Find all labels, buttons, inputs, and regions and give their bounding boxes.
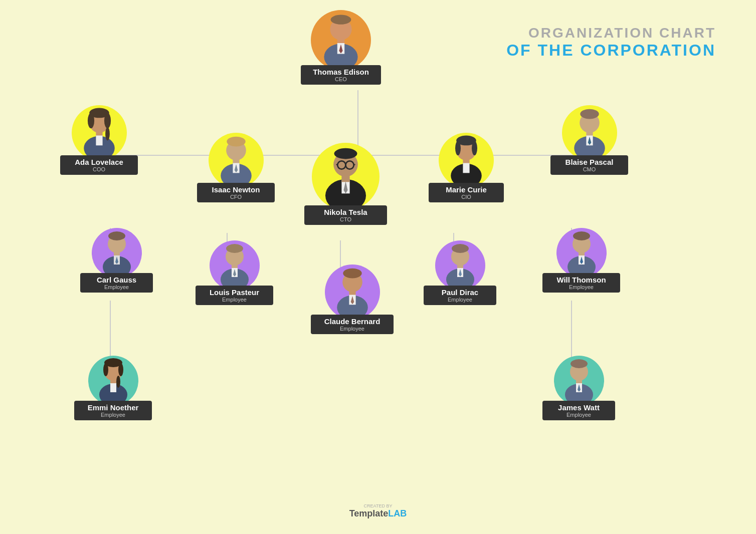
svg-point-54	[472, 141, 477, 156]
svg-point-66	[108, 231, 125, 240]
title-line2: OF THE CORPORATION	[506, 41, 716, 60]
svg-rect-51	[463, 163, 469, 173]
paul-dirac-role: Employee	[431, 297, 489, 303]
name-box-cmo: Blaise Pascal CMO	[550, 155, 628, 175]
svg-point-60	[580, 109, 599, 119]
will-thomson-name: Will Thomson	[549, 276, 613, 284]
name-box-ceo: Thomas Edison CEO	[301, 65, 381, 85]
avatar-james-watt	[554, 356, 604, 406]
name-box-cio: Marie Curie CIO	[429, 183, 504, 202]
louis-pasteur-name: Louis Pasteur	[203, 288, 266, 297]
avatar-louis-pasteur	[210, 240, 260, 291]
watermark: CREATED BY TemplateLAB	[349, 503, 407, 519]
svg-point-98	[116, 376, 120, 388]
svg-rect-94	[110, 383, 116, 392]
svg-point-27	[104, 113, 110, 128]
cio-role: CIO	[436, 194, 497, 200]
will-thomson-role: Employee	[549, 284, 613, 290]
avatar-paul-dirac	[435, 240, 485, 291]
node-carl-gauss: Carl Gauss Employee	[80, 228, 153, 293]
name-box-james-watt: James Watt Employee	[542, 401, 615, 420]
cmo-role: CMO	[557, 166, 621, 172]
emmi-noether-name: Emmi Noether	[81, 403, 145, 412]
svg-point-34	[227, 137, 245, 147]
coo-role: COO	[67, 166, 131, 172]
svg-point-96	[103, 363, 108, 376]
node-cto: Nikola Tesla CTO	[304, 143, 387, 225]
svg-point-28	[105, 127, 110, 140]
svg-rect-24	[96, 136, 102, 146]
lab-text: LAB	[388, 508, 407, 518]
avatar-ceo	[311, 10, 371, 70]
svg-point-26	[87, 113, 94, 128]
svg-point-97	[118, 363, 123, 376]
node-james-watt: James Watt Employee	[542, 356, 615, 420]
node-coo: Ada Lovelace COO	[60, 105, 138, 175]
cfo-role: CFO	[204, 194, 268, 200]
title-area: ORGANIZATION CHART OF THE CORPORATION	[506, 25, 716, 60]
name-box-coo: Ada Lovelace COO	[60, 155, 138, 175]
template-text: Template	[349, 508, 389, 518]
svg-rect-47	[341, 175, 349, 182]
svg-point-20	[331, 15, 351, 25]
avatar-cfo	[209, 133, 264, 188]
avatar-carl-gauss	[92, 228, 142, 278]
avatar-cio	[439, 133, 494, 188]
svg-point-39	[334, 148, 357, 159]
svg-point-90	[573, 231, 590, 240]
name-box-cto: Nikola Tesla CTO	[304, 205, 387, 225]
svg-point-72	[226, 244, 243, 253]
org-chart: ORGANIZATION CHART OF THE CORPORATION	[0, 0, 756, 534]
avatar-will-thomson	[556, 228, 607, 278]
ceo-role: CEO	[308, 76, 374, 82]
name-box-emmi-noether: Emmi Noether Employee	[74, 401, 152, 420]
avatar-claude-bernard	[325, 264, 380, 320]
avatar-coo	[72, 105, 127, 160]
james-watt-name: James Watt	[549, 403, 608, 412]
created-by-text: CREATED BY	[349, 503, 407, 508]
node-louis-pasteur: Louis Pasteur Employee	[196, 240, 273, 305]
node-ceo: Thomas Edison CEO	[301, 10, 381, 85]
carl-gauss-role: Employee	[87, 284, 146, 290]
paul-dirac-name: Paul Dirac	[431, 288, 489, 297]
svg-line-43	[336, 164, 338, 165]
louis-pasteur-role: Employee	[203, 297, 266, 303]
node-cfo: Isaac Newton CFO	[197, 133, 275, 202]
cio-name: Marie Curie	[436, 185, 497, 194]
node-paul-dirac: Paul Dirac Employee	[424, 240, 496, 305]
svg-point-53	[455, 141, 461, 156]
node-cio: Marie Curie CIO	[429, 133, 504, 202]
name-box-carl-gauss: Carl Gauss Employee	[80, 273, 153, 293]
avatar-cto	[312, 143, 380, 210]
title-line1: ORGANIZATION CHART	[506, 25, 716, 41]
name-box-will-thomson: Will Thomson Employee	[542, 273, 620, 293]
cto-role: CTO	[311, 216, 380, 222]
coo-name: Ada Lovelace	[67, 158, 131, 166]
claude-bernard-name: Claude Bernard	[318, 317, 387, 326]
james-watt-role: Employee	[549, 412, 608, 418]
svg-point-84	[452, 244, 469, 253]
name-box-cfo: Isaac Newton CFO	[197, 183, 275, 202]
node-claude-bernard: Claude Bernard Employee	[311, 264, 394, 334]
ceo-name: Thomas Edison	[308, 68, 374, 76]
svg-point-78	[343, 269, 361, 279]
cfo-name: Isaac Newton	[204, 185, 268, 194]
cmo-name: Blaise Pascal	[557, 158, 621, 166]
emmi-noether-role: Employee	[81, 412, 145, 418]
claude-bernard-role: Employee	[318, 326, 387, 332]
cto-name: Nikola Tesla	[311, 208, 380, 216]
avatar-cmo	[562, 105, 617, 160]
node-will-thomson: Will Thomson Employee	[542, 228, 620, 293]
name-box-claude-bernard: Claude Bernard Employee	[311, 315, 394, 334]
svg-point-104	[571, 359, 588, 368]
svg-rect-46	[345, 164, 346, 166]
name-box-paul-dirac: Paul Dirac Employee	[424, 286, 496, 305]
carl-gauss-name: Carl Gauss	[87, 276, 146, 284]
svg-line-44	[354, 164, 355, 165]
node-cmo: Blaise Pascal CMO	[550, 105, 628, 175]
node-emmi-noether: Emmi Noether Employee	[74, 356, 152, 420]
avatar-emmi-noether	[88, 356, 138, 406]
name-box-louis-pasteur: Louis Pasteur Employee	[196, 286, 273, 305]
